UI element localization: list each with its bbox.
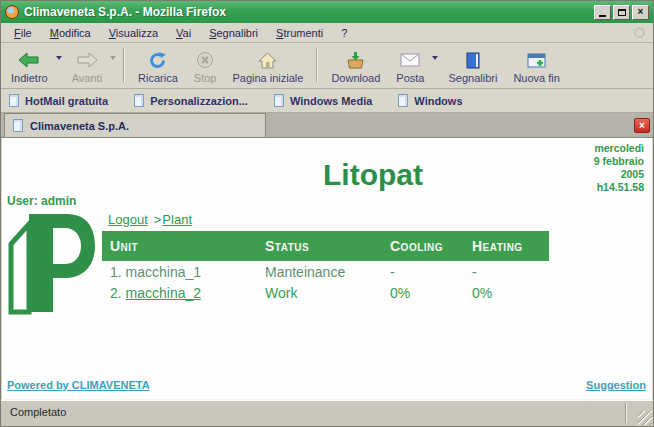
maximize-button[interactable] <box>613 5 630 20</box>
tab-label: Climaveneta S.p.A. <box>30 120 129 132</box>
firefox-icon[interactable] <box>5 5 19 19</box>
new-window-icon <box>527 50 546 70</box>
table-row: 2. macchina_2 Work 0% 0% <box>102 282 549 303</box>
minimize-icon <box>599 15 606 17</box>
maximize-icon <box>618 9 626 16</box>
home-button[interactable]: Pagina iniziale <box>224 45 311 85</box>
reload-icon <box>148 50 167 70</box>
home-label: Pagina iniziale <box>232 72 303 84</box>
tab-close-button[interactable]: × <box>634 118 650 133</box>
cooling-cell: - <box>382 264 464 280</box>
close-icon: × <box>638 7 644 17</box>
page-icon <box>13 119 23 132</box>
close-icon: × <box>639 121 645 131</box>
status-cell: Work <box>257 285 382 301</box>
page-icon <box>274 94 284 107</box>
download-icon <box>346 50 365 70</box>
row-number: 2. <box>110 285 122 301</box>
bookmark-label: Personalizzazion... <box>150 95 248 107</box>
bookmark-windows-media[interactable]: Windows Media <box>274 94 372 107</box>
heating-cell: 0% <box>464 285 549 301</box>
page-icon <box>398 94 408 107</box>
tab-strip: Climaveneta S.p.A. × <box>1 113 653 138</box>
bookmark-personalizzazione[interactable]: Personalizzazion... <box>134 94 248 107</box>
page-icon <box>134 94 144 107</box>
mail-label: Posta <box>396 72 424 84</box>
unit-name: macchina_1 <box>126 264 202 280</box>
bookmark-hotmail[interactable]: HotMail gratuita <box>9 94 108 107</box>
navigation-toolbar: Indietro Avanti Ricarica <box>1 43 653 89</box>
menu-modifica[interactable]: Modifica <box>41 25 100 41</box>
menu-segnalibri[interactable]: Segnalibri <box>200 25 267 41</box>
forward-dropdown-icon[interactable] <box>110 56 116 60</box>
back-label: Indietro <box>11 72 48 84</box>
status-bar: Completato <box>1 399 653 426</box>
units-table: Unit Status Cooling Heating 1. macchina_… <box>102 231 549 303</box>
litopat-logo <box>5 206 97 324</box>
bookmarks-book-icon <box>465 50 481 70</box>
throbber-icon <box>634 27 645 38</box>
close-button[interactable]: × <box>632 5 649 20</box>
breadcrumb-separator: > <box>154 212 162 227</box>
col-unit: Unit <box>102 238 257 254</box>
heating-cell: - <box>464 264 549 280</box>
unit-cell: 1. macchina_1 <box>102 264 257 280</box>
bookmarks-button[interactable]: Segnalibri <box>440 45 505 85</box>
menu-file[interactable]: File <box>5 25 41 41</box>
toolbar-separator <box>123 48 125 82</box>
breadcrumb: Logout>Plant <box>108 212 192 227</box>
reload-button[interactable]: Ricarica <box>130 45 186 85</box>
download-label: Download <box>331 72 380 84</box>
window-title: Climaveneta S.p.A. - Mozilla Firefox <box>24 5 589 19</box>
back-button[interactable]: Indietro <box>3 45 56 85</box>
table-header: Unit Status Cooling Heating <box>102 231 549 261</box>
tab-climaveneta[interactable]: Climaveneta S.p.A. <box>4 113 266 137</box>
stop-icon <box>196 50 214 70</box>
back-arrow-icon <box>18 50 40 70</box>
browser-window: Climaveneta S.p.A. - Mozilla Firefox × F… <box>0 0 654 427</box>
col-cooling: Cooling <box>382 238 464 254</box>
logout-link[interactable]: Logout <box>108 212 148 227</box>
mail-button[interactable]: Posta <box>388 45 432 85</box>
status-cell: Manteinance <box>257 264 382 280</box>
plant-link[interactable]: Plant <box>162 212 192 227</box>
page-content: mercoledì 9 febbraio 2005 h14.51.58 User… <box>2 138 652 399</box>
menu-strumenti[interactable]: Strumenti <box>267 25 332 41</box>
page-icon <box>9 94 19 107</box>
menubar: File Modifica Visualizza Vai Segnalibri … <box>1 23 653 43</box>
minimize-button[interactable] <box>594 5 611 20</box>
download-button[interactable]: Download <box>323 45 388 85</box>
menu-help[interactable]: ? <box>332 25 356 41</box>
titlebar: Climaveneta S.p.A. - Mozilla Firefox × <box>1 1 653 23</box>
statusbar-divider <box>625 403 627 423</box>
status-text: Completato <box>10 406 66 418</box>
cooling-cell: 0% <box>382 285 464 301</box>
bookmarks-label: Segnalibri <box>448 72 497 84</box>
forward-arrow-icon <box>76 50 98 70</box>
back-dropdown-icon[interactable] <box>56 56 62 60</box>
suggestion-link[interactable]: Suggestion <box>586 379 646 391</box>
menu-visualizza[interactable]: Visualizza <box>100 25 167 41</box>
stop-button[interactable]: Stop <box>186 45 225 85</box>
bookmark-label: Windows <box>414 95 462 107</box>
forward-button[interactable]: Avanti <box>64 45 110 85</box>
bookmark-windows[interactable]: Windows <box>398 94 462 107</box>
unit-name-link[interactable]: macchina_2 <box>126 285 202 301</box>
col-status: Status <box>257 238 382 254</box>
mail-dropdown-icon[interactable] <box>432 56 438 60</box>
bookmark-label: Windows Media <box>290 95 372 107</box>
main-area: Litopat Logout>Plant Unit Status Cooling… <box>102 138 644 399</box>
bookmark-label: HotMail gratuita <box>25 95 108 107</box>
powered-by-link[interactable]: Powered by CLIMAVENETA <box>7 379 150 391</box>
page-title: Litopat <box>102 158 644 192</box>
mail-icon <box>400 50 420 70</box>
bookmarks-toolbar: HotMail gratuita Personalizzazion... Win… <box>1 89 653 113</box>
new-window-button[interactable]: Nuova fin <box>505 45 567 85</box>
table-row: 1. macchina_1 Manteinance - - <box>102 261 549 282</box>
unit-cell: 2. macchina_2 <box>102 285 257 301</box>
stop-label: Stop <box>194 72 217 84</box>
toolbar-separator <box>316 48 318 82</box>
menu-vai[interactable]: Vai <box>167 25 200 41</box>
home-icon <box>258 50 277 70</box>
resize-grip-icon[interactable] <box>638 411 652 425</box>
